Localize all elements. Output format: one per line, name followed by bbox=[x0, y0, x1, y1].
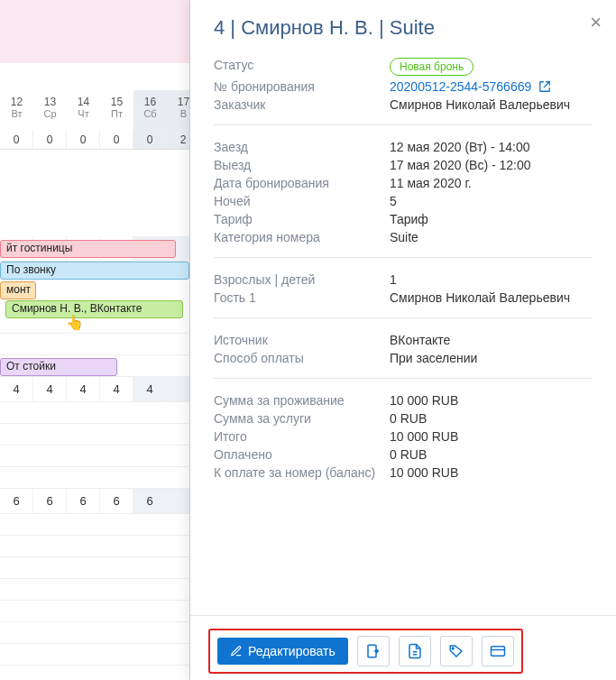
external-link-icon bbox=[538, 80, 551, 93]
calendar-avail-cell[interactable]: 4 bbox=[133, 377, 167, 401]
panel-title: 4 | Смирнов Н. В. | Suite bbox=[214, 16, 593, 40]
value-payment: При заселении bbox=[390, 351, 593, 365]
value-sum-serv: 0 RUB bbox=[390, 411, 593, 426]
label-adults: Взрослых | детей bbox=[214, 272, 390, 287]
calendar-count-cell: 0 bbox=[133, 130, 167, 150]
calendar-avail-cell[interactable]: 4 bbox=[0, 377, 33, 401]
booking-bar[interactable]: По звонку bbox=[0, 262, 189, 280]
label-checkin: Заезд bbox=[214, 140, 390, 154]
label-roomcat: Категория номера bbox=[214, 230, 390, 244]
tag-button[interactable] bbox=[440, 636, 473, 666]
value-adults: 1 bbox=[390, 272, 593, 287]
value-source: ВКонтакте bbox=[390, 333, 593, 347]
label-guest1: Гость 1 bbox=[214, 290, 390, 305]
booking-number-link[interactable]: 20200512-2544-5766669 bbox=[390, 79, 551, 94]
value-tariff: Тариф bbox=[390, 212, 593, 226]
calendar-avail-cell[interactable]: 6 bbox=[133, 489, 167, 513]
booking-bar[interactable]: От стойки bbox=[0, 358, 117, 376]
label-status: Статус bbox=[214, 58, 390, 76]
booking-panel: × 4 | Смирнов Н. В. | Suite Статус Новая… bbox=[189, 0, 616, 680]
calendar-avail-cell[interactable]: 4 bbox=[33, 377, 67, 401]
value-booking-date: 11 мая 2020 г. bbox=[390, 176, 593, 190]
label-sum-serv: Сумма за услуги bbox=[214, 411, 390, 426]
svg-rect-2 bbox=[491, 647, 504, 657]
calendar-day-header: 12Вт13Ср14Чт15Пт16Сб17В bbox=[0, 90, 198, 130]
edit-button-label: Редактировать bbox=[248, 644, 336, 658]
label-total: Итого bbox=[214, 429, 390, 444]
calendar-day[interactable]: 15Пт bbox=[100, 90, 133, 130]
value-balance: 10 000 RUB bbox=[390, 465, 593, 480]
calendar-count-row: 000002 bbox=[0, 130, 198, 150]
label-tariff: Тариф bbox=[214, 212, 390, 226]
value-sum-live: 10 000 RUB bbox=[390, 393, 593, 408]
calendar-avail-cell[interactable]: 6 bbox=[0, 489, 33, 513]
calendar-avail-cell[interactable]: 6 bbox=[100, 489, 133, 513]
calendar-grid: 12Вт13Ср14Чт15Пт16Сб17В 000002 йт гостин… bbox=[0, 0, 198, 680]
close-icon[interactable]: × bbox=[590, 11, 602, 34]
label-booking-no: № бронирования bbox=[214, 79, 390, 94]
payment-button[interactable] bbox=[482, 636, 514, 666]
checkin-button[interactable] bbox=[357, 636, 390, 666]
calendar-count-cell: 0 bbox=[0, 130, 33, 150]
booking-bar[interactable]: йт гостиницы bbox=[0, 240, 176, 258]
label-booking-date: Дата бронирования bbox=[214, 176, 390, 190]
document-button[interactable] bbox=[399, 636, 431, 666]
calendar-count-cell: 0 bbox=[33, 130, 67, 150]
label-checkout: Выезд bbox=[214, 158, 390, 172]
calendar-day[interactable]: 13Ср bbox=[33, 90, 67, 130]
calendar-day[interactable]: 14Чт bbox=[67, 90, 100, 130]
label-nights: Ночей bbox=[214, 194, 390, 208]
value-customer: Смирнов Николай Валерьевич bbox=[390, 97, 593, 112]
svg-point-1 bbox=[452, 648, 454, 649]
edit-button[interactable]: Редактировать bbox=[217, 638, 348, 665]
value-roomcat: Suite bbox=[390, 230, 593, 244]
label-customer: Заказчик bbox=[214, 97, 390, 112]
value-total: 10 000 RUB bbox=[390, 429, 593, 444]
calendar-day[interactable]: 12Вт bbox=[0, 90, 33, 130]
booking-bar-selected[interactable]: Смирнов Н. В., ВКонтакте bbox=[5, 300, 183, 318]
calendar-avail-cell[interactable]: 4 bbox=[100, 377, 133, 401]
value-checkout: 17 мая 2020 (Вс) - 12:00 bbox=[390, 158, 593, 172]
calendar-avail-cell[interactable]: 6 bbox=[67, 489, 100, 513]
label-sum-live: Сумма за проживание bbox=[214, 393, 390, 408]
panel-footer: Редактировать bbox=[190, 615, 616, 680]
value-nights: 5 bbox=[390, 194, 593, 208]
value-guest1: Смирнов Николай Валерьевич bbox=[390, 290, 593, 305]
calendar-count-cell: 0 bbox=[67, 130, 100, 150]
calendar-count-cell: 0 bbox=[100, 130, 133, 150]
action-highlight-box: Редактировать bbox=[208, 629, 523, 674]
status-badge: Новая бронь bbox=[390, 58, 473, 76]
booking-bar[interactable]: монт bbox=[0, 281, 36, 299]
label-source: Источник bbox=[214, 333, 390, 347]
value-checkin: 12 мая 2020 (Вт) - 14:00 bbox=[390, 140, 593, 154]
calendar-avail-cell[interactable]: 4 bbox=[67, 377, 100, 401]
calendar-avail-cell[interactable]: 6 bbox=[33, 489, 67, 513]
calendar-day[interactable]: 16Сб bbox=[133, 90, 167, 130]
label-balance: К оплате за номер (баланс) bbox=[214, 465, 390, 480]
label-paid: Оплачено bbox=[214, 447, 390, 462]
calendar-body: йт гостиницы По звонку монт Смирнов Н. В… bbox=[0, 236, 198, 680]
label-payment: Способ оплаты bbox=[214, 351, 390, 365]
value-paid: 0 RUB bbox=[390, 447, 593, 462]
